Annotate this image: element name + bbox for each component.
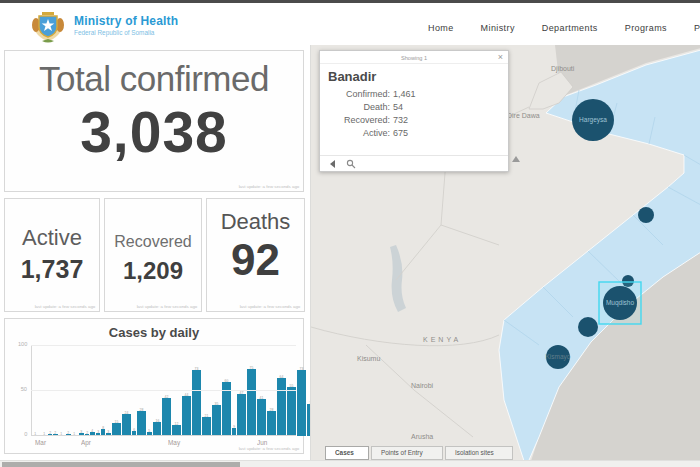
total-confirmed-value: 3,038: [5, 99, 303, 165]
bar-value-label: 28: [140, 409, 144, 411]
map-tab-points-of-entry[interactable]: Points of Entry: [371, 446, 443, 460]
popup-row-value: 675: [393, 128, 408, 138]
bar-value-label: 2: [68, 432, 70, 434]
somalia-coat-of-arms-logo: [30, 7, 66, 44]
bar-value-label: 16: [155, 420, 159, 422]
bar-value-label: 3: [97, 431, 99, 433]
nav-item-pu[interactable]: Pu: [694, 23, 700, 33]
popup-header[interactable]: Showing 1 ×: [320, 51, 508, 64]
popup-header-text: Showing 1: [348, 55, 480, 61]
map-tab-label: Isolation sites: [455, 450, 494, 457]
popup-row-active: Active:675: [328, 128, 500, 138]
bar-day-16: 3: [106, 346, 110, 436]
bar-value-label: 12: [175, 423, 179, 425]
bar-day-32: 75: [247, 346, 256, 436]
bar-day-0: 1: [33, 346, 37, 436]
bar-day-17: 15: [112, 346, 121, 436]
bar-day-25: 44: [182, 346, 191, 436]
gridline-50: [31, 390, 296, 391]
popup-row-recovered: Recovered:732: [328, 115, 500, 125]
brand: Ministry of Health Federal Republic of S…: [74, 14, 178, 38]
bar-day-31: 47: [237, 346, 246, 436]
map-tab-cases[interactable]: Cases: [325, 446, 369, 460]
map-panel[interactable]: DjiboutiDire DawaKENYAKisumuNairobiArush…: [310, 45, 700, 467]
popup-row-value: 1,461: [393, 89, 416, 99]
bar-value-label: 55: [289, 384, 293, 386]
bar-value-label: 24: [124, 412, 128, 414]
bar-series: 1122121324383152462851642124473213560947…: [33, 346, 296, 436]
bar-value-label: 35: [215, 402, 219, 404]
close-icon[interactable]: ×: [498, 52, 503, 62]
deaths-updated-text: last update: a few seconds ago: [239, 304, 300, 309]
bar-value-label: 2: [49, 432, 51, 434]
dashboard-page: Ministry of Health Federal Republic of S…: [0, 0, 700, 467]
recovered-card: Recovered 1,209 last update: a few secon…: [104, 198, 202, 312]
nav-item-departments[interactable]: Departments: [542, 23, 598, 33]
bar-day-29: 60: [222, 346, 231, 436]
map-tab-isolation-sites[interactable]: Isolation sites: [445, 446, 513, 460]
map-label-kenya: KENYA: [423, 336, 461, 343]
x-tick-apr: Apr: [81, 439, 91, 446]
map-tab-bar: CasesPoints of EntryIsolation sites: [325, 446, 515, 460]
chart-updated-text: last update: a few seconds ago: [238, 446, 299, 451]
chart-title: Cases by daily: [5, 325, 303, 340]
bar-day-18: 24: [122, 346, 131, 436]
bar-day-19: 6: [132, 346, 136, 436]
bar-day-6: 1: [59, 346, 63, 436]
bar-day-4: 2: [48, 346, 52, 436]
bar-value-label: 73: [195, 368, 199, 370]
brand-subtitle: Federal Republic of Somalia: [74, 29, 157, 36]
bar: [182, 396, 191, 436]
bar: [257, 399, 266, 436]
bar: [247, 369, 256, 437]
bar-day-1: [38, 346, 39, 436]
bar-value-label: 9: [233, 426, 235, 428]
cases-by-daily-chart-card: Cases by daily 1122121324383152462851642…: [4, 318, 304, 454]
y-tick-0: 0: [24, 432, 27, 438]
bar-day-26: 73: [192, 346, 201, 436]
nav-item-home[interactable]: Home: [428, 23, 454, 33]
case-bubble-lower-shabelle[interactable]: [578, 317, 598, 337]
bar: [162, 398, 171, 436]
popup-dock-arrow-icon[interactable]: [512, 156, 520, 162]
active-value: 1,737: [5, 255, 99, 284]
bar-day-7: [64, 346, 65, 436]
bar-day-37: 73: [297, 346, 306, 436]
popup-body: Banadir Confirmed:1,461Death:54Recovered…: [320, 64, 508, 138]
bar-value-label: 42: [165, 396, 169, 398]
bar: [297, 370, 306, 436]
bar-value-label: 47: [240, 392, 244, 394]
bar-value-label: 41: [260, 397, 264, 399]
nav-item-ministry[interactable]: Ministry: [481, 23, 515, 33]
bar-chart-plot: 1122121324383152462851642124473213560947…: [31, 346, 296, 436]
y-tick-100: 100: [18, 342, 27, 348]
bar-value-label: 21: [205, 415, 209, 417]
bar-day-36: 55: [287, 346, 296, 436]
horizontal-scrollbar-thumb[interactable]: [2, 462, 240, 467]
bar-value-label: 44: [185, 394, 189, 396]
recovered-value: 1,209: [105, 257, 201, 285]
horizontal-scrollbar-track[interactable]: [0, 460, 700, 467]
magnifier-icon[interactable]: [346, 159, 356, 169]
zoom-to-icon[interactable]: [327, 159, 337, 169]
bar: [122, 414, 131, 436]
bar-day-5: 2: [53, 346, 57, 436]
chart-y-axis-line: [31, 346, 32, 436]
case-bubble-northeast[interactable]: [638, 207, 654, 223]
bar-day-34: 28: [267, 346, 276, 436]
total-updated-text: last update: a few seconds ago: [238, 184, 299, 189]
total-confirmed-card: Total confirmed 3,038 last update: a few…: [4, 50, 304, 192]
bar-value-label: 6: [133, 429, 135, 431]
popup-row-label: Confirmed:: [328, 89, 390, 99]
total-confirmed-label: Total confirmed: [5, 59, 303, 99]
popup-row-label: Recovered:: [328, 115, 390, 125]
bar: [112, 423, 121, 437]
map-label-nairobi: Nairobi: [411, 382, 434, 389]
gridline-0: [31, 435, 296, 436]
bar-value-label: 2: [86, 432, 88, 434]
bar: [202, 417, 211, 436]
popup-row-label: Active:: [328, 128, 390, 138]
bar: [237, 394, 246, 436]
bar-day-20: 28: [137, 346, 146, 436]
nav-item-programs[interactable]: Programs: [625, 23, 667, 33]
